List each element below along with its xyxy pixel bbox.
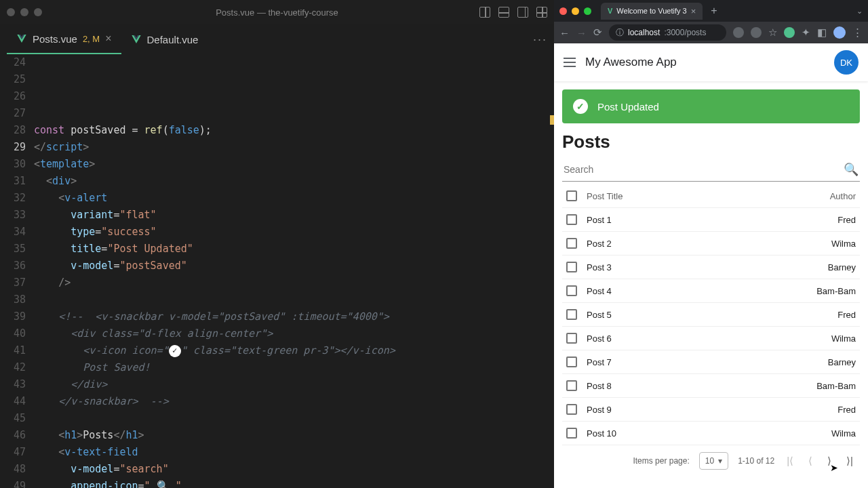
posts-table: Post Title Author Post 1FredPost 2WilmaP… xyxy=(562,184,860,476)
new-tab-button[interactable]: + xyxy=(707,5,721,17)
table-row[interactable]: Post 5Fred xyxy=(562,303,860,327)
vue-devtools-icon[interactable] xyxy=(784,27,795,38)
table-row[interactable]: Post 1Fred xyxy=(562,208,860,232)
cell-title: Post 8 xyxy=(587,381,802,391)
browser-window-controls[interactable] xyxy=(559,7,591,15)
alert-title: Post Updated xyxy=(597,101,659,113)
row-checkbox[interactable] xyxy=(566,285,587,296)
minimize-window-icon[interactable] xyxy=(572,7,579,15)
row-checkbox[interactable] xyxy=(566,333,587,344)
bookmark-icon[interactable]: ☆ xyxy=(768,26,777,39)
site-info-icon[interactable]: ⓘ xyxy=(616,27,624,39)
line-number-gutter: 2425262728293031323334353637383940414243… xyxy=(0,54,34,488)
table-header-row: Post Title Author xyxy=(562,184,860,208)
forward-button[interactable]: → xyxy=(576,27,587,39)
cell-author: Barney xyxy=(802,357,856,367)
vue-file-icon xyxy=(16,33,27,44)
close-window-icon[interactable] xyxy=(559,7,567,15)
table-row[interactable]: Post 6Wilma xyxy=(562,327,860,350)
row-checkbox[interactable] xyxy=(566,404,587,415)
tab-overflow-icon[interactable]: ··· xyxy=(533,33,547,47)
table-row[interactable]: Post 10Wilma xyxy=(562,422,860,445)
extensions-menu-icon[interactable]: ✦ xyxy=(802,26,810,39)
file-tab-name: Posts.vue xyxy=(33,33,77,45)
browser-menu-icon[interactable]: ⋮ xyxy=(852,26,863,39)
cell-title: Post 1 xyxy=(587,215,802,225)
reload-button[interactable]: ⟳ xyxy=(593,26,602,39)
address-bar[interactable]: ⓘ localhost:3000/posts xyxy=(609,24,726,41)
check-circle-icon: ✓ xyxy=(573,99,588,114)
table-row[interactable]: Post 7Barney xyxy=(562,350,860,374)
file-tab-default[interactable]: Default.vue xyxy=(121,24,208,54)
success-alert: ✓ Post Updated xyxy=(562,89,860,123)
profile-avatar-icon[interactable] xyxy=(833,26,846,39)
items-per-page-select[interactable]: 10 ▾ xyxy=(699,452,728,470)
row-checkbox[interactable] xyxy=(566,357,587,367)
cell-author: Wilma xyxy=(802,428,856,439)
row-checkbox[interactable] xyxy=(566,428,587,439)
vue-file-icon xyxy=(131,34,142,45)
mouse-cursor-icon: ➤ xyxy=(830,462,838,473)
editor-window-title: Posts.vue — the-vuetify-course xyxy=(216,7,338,18)
tab-list-chevron-icon[interactable]: ⌄ xyxy=(856,7,863,16)
close-tab-icon[interactable]: × xyxy=(105,33,111,45)
extension-icon[interactable] xyxy=(751,27,762,38)
browser-tab[interactable]: V Welcome to Vuetify 3 × xyxy=(601,3,703,20)
grid-layout-icon[interactable] xyxy=(536,7,547,18)
last-page-button[interactable]: ⟩| xyxy=(844,455,856,467)
table-row[interactable]: Post 2Wilma xyxy=(562,232,860,256)
code-content[interactable]: const postSaved = ref(false);</script><t… xyxy=(34,54,554,488)
row-checkbox[interactable] xyxy=(566,238,587,249)
table-row[interactable]: Post 8Bam-Bam xyxy=(562,374,860,398)
search-icon[interactable]: 🔍 xyxy=(844,162,859,177)
split-right-icon[interactable] xyxy=(517,7,528,18)
prev-page-button[interactable]: ⟨ xyxy=(806,455,815,467)
cell-title: Post 10 xyxy=(587,428,802,439)
file-tab-posts[interactable]: Posts.vue 2, M × xyxy=(7,24,121,54)
url-path: :3000/posts xyxy=(664,28,706,37)
code-editor: Posts.vue — the-vuetify-course Posts.vue… xyxy=(0,0,554,488)
first-page-button[interactable]: |⟨ xyxy=(784,455,796,467)
maximize-window-icon[interactable] xyxy=(584,7,591,15)
code-viewport[interactable]: 2425262728293031323334353637383940414243… xyxy=(0,54,554,488)
minimize-window-icon[interactable] xyxy=(20,8,28,16)
cell-author: Wilma xyxy=(802,333,856,344)
window-controls[interactable] xyxy=(7,8,42,16)
browser-tab-strip: V Welcome to Vuetify 3 × + ⌄ xyxy=(554,0,868,22)
cell-title: Post 5 xyxy=(587,310,802,320)
split-left-icon[interactable] xyxy=(479,7,490,18)
close-tab-icon[interactable]: × xyxy=(691,6,696,16)
row-checkbox[interactable] xyxy=(566,214,587,225)
sidepanel-icon[interactable]: ◧ xyxy=(817,26,827,39)
table-footer: Items per page: 10 ▾ 1-10 of 12 |⟨ ⟨ ⟩ ⟩… xyxy=(562,445,860,476)
extension-icons: ☆ ✦ ◧ ⋮ xyxy=(733,26,863,39)
user-avatar[interactable]: DK xyxy=(834,50,859,75)
nav-drawer-toggle[interactable] xyxy=(564,58,576,67)
cell-author: Bam-Bam xyxy=(802,286,856,296)
editor-titlebar: Posts.vue — the-vuetify-course xyxy=(0,0,554,24)
close-window-icon[interactable] xyxy=(7,8,15,16)
maximize-window-icon[interactable] xyxy=(34,8,42,16)
page-content: ✓ Post Updated Posts 🔍 Post Title Author… xyxy=(554,81,868,488)
app-title: My Awesome App xyxy=(585,56,677,69)
search-input[interactable] xyxy=(564,164,844,175)
split-bottom-icon[interactable] xyxy=(498,7,509,18)
pagination-range: 1-10 of 12 xyxy=(738,456,774,466)
row-checkbox[interactable] xyxy=(566,309,587,320)
select-all-checkbox[interactable] xyxy=(566,190,587,201)
row-checkbox[interactable] xyxy=(566,262,587,272)
col-header-author[interactable]: Author xyxy=(802,191,856,201)
cell-author: Barney xyxy=(802,262,856,272)
search-field[interactable]: 🔍 xyxy=(562,158,860,182)
extension-icon[interactable] xyxy=(733,27,744,38)
table-row[interactable]: Post 4Bam-Bam xyxy=(562,279,860,303)
layout-controls xyxy=(479,7,547,18)
col-header-title[interactable]: Post Title xyxy=(587,191,802,201)
cell-title: Post 2 xyxy=(587,239,802,249)
table-row[interactable]: Post 3Barney xyxy=(562,256,860,279)
file-tab-name: Default.vue xyxy=(147,34,199,45)
browser-tab-title: Welcome to Vuetify 3 xyxy=(616,7,686,15)
row-checkbox[interactable] xyxy=(566,380,587,391)
table-row[interactable]: Post 9Fred xyxy=(562,398,860,422)
back-button[interactable]: ← xyxy=(559,27,570,39)
